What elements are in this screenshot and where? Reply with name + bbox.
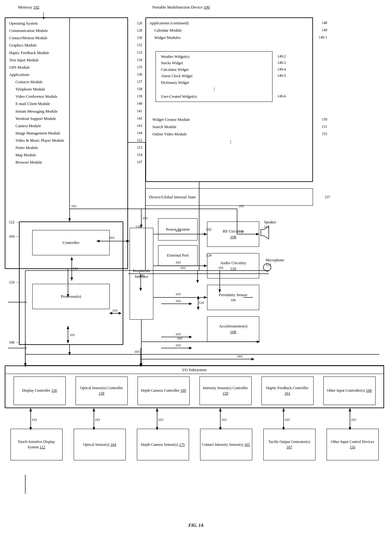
memory-item-email: E-mail Client Module <box>15 102 50 106</box>
memory-item-notes: Notes Module <box>15 146 38 150</box>
svg-text:103: 103 <box>180 266 186 270</box>
ref-148: 148 <box>322 20 327 26</box>
ref-157: 157 <box>325 195 330 199</box>
pmd-widget-modules: Widget Modules <box>154 35 181 40</box>
ref-149-3: 149-3 <box>277 60 286 66</box>
svg-text:103: 103 <box>175 343 181 347</box>
svg-text:103: 103 <box>221 418 227 421</box>
bottom-other-input: Other Input Control Devices 116 <box>327 429 379 460</box>
svg-marker-74 <box>197 296 199 299</box>
ref-152: 152 <box>137 137 142 144</box>
ref-155: 155 <box>322 131 327 137</box>
io-depth-label: Depth Camera Controller 169 <box>141 388 186 393</box>
io-optical-label: Optical Sensor(s) Controller 158 <box>77 385 126 396</box>
svg-text:103: 103 <box>32 418 37 421</box>
ref-151: 151 <box>322 123 327 130</box>
ref-104: 104 → <box>9 234 19 239</box>
ref-134: 134 <box>137 57 142 63</box>
processor-label: Processor(s) <box>61 294 81 299</box>
contact-intensity-label: Contact Intensity Sensor(s) 165 <box>202 442 250 447</box>
ref-138: 138 <box>137 86 142 92</box>
memory-item-apps: Applications <box>9 72 29 77</box>
io-other-input-controller: Other Input Controller(s) 160 <box>323 377 376 405</box>
ref-142: 142 <box>137 115 142 122</box>
pmd-search: Search Module <box>152 125 176 129</box>
memory-item-comm: Communication Module <box>9 28 48 33</box>
controller-inner-box: Controller <box>32 230 110 255</box>
memory-item-camera: Camera Module <box>15 124 41 128</box>
audio-ref: 110 <box>220 266 246 271</box>
pmd-calendar: Calendar Module <box>154 28 182 33</box>
svg-text:103: 103 <box>134 350 140 353</box>
memory-item-text: Text Input Module <box>9 58 39 62</box>
speaker-icon <box>259 225 272 240</box>
memory-item-workout: Workout Support Module <box>15 116 56 121</box>
pmd-label: Portable Multifunction Device <box>152 5 203 9</box>
svg-text:103: 103 <box>175 299 181 303</box>
svg-marker-102 <box>204 233 207 235</box>
depth-camera-label: Depth Camera Sensor(s) 175 <box>141 442 185 447</box>
svg-text:103: 103 <box>73 266 78 270</box>
diagram: 103 103 103 103 103 103 103 103 103 103 <box>0 0 392 536</box>
peripherals-interface-box: Peripherals Interface <box>130 228 153 320</box>
memory-item-telephone: Telephone Module <box>15 87 45 91</box>
bottom-optical-sensor: Optical Sensor(s) 164 <box>74 429 126 460</box>
peripherals-label: Peripherals Interface <box>132 268 151 279</box>
widget-dots: ⋮ <box>161 86 268 93</box>
ref-128: 128 <box>137 27 142 34</box>
widget-weather: Weather Widget(s) <box>161 54 189 59</box>
ref-136: 136 <box>137 71 142 78</box>
memory-item-contacts: Contacts Module <box>15 80 43 84</box>
ref-147: 147 <box>137 159 142 165</box>
io-display-label: Display Controller 156 <box>22 388 57 393</box>
io-display-controller: Display Controller 156 <box>14 377 66 405</box>
svg-text:103: 103 <box>142 216 148 220</box>
io-subsystem-box: I/O Subsystem Display Controller 156 Opt… <box>5 365 384 408</box>
widget-dictionary: Dictionary Widget <box>161 80 189 85</box>
bottom-depth-camera: Depth Camera Sensor(s) 175 <box>137 429 189 460</box>
widget-user-created: User-Created Widget(s) <box>161 94 197 99</box>
internal-arrows: 103 <box>67 255 83 284</box>
io-title: I/O Subsystem <box>5 366 383 374</box>
accelerometer-box: Accelerometer(s) 168 <box>207 316 259 342</box>
ref-149-2: 149-2 <box>277 53 286 60</box>
rf-label: RF Circuitry <box>223 228 243 234</box>
memory-item-map: Map Module <box>15 153 36 157</box>
svg-text:103: 103 <box>177 336 182 340</box>
ref-122: 122 → <box>9 220 19 225</box>
ref-126: 126 <box>137 20 142 27</box>
svg-marker-108 <box>204 296 207 299</box>
memory-label: Memory <box>18 5 32 9</box>
external-port-label: External Port <box>167 252 189 258</box>
ref-149: 149 <box>322 27 327 34</box>
io-haptic-label: Haptic Feedback Controller 161 <box>263 385 312 396</box>
ref-137: 137 <box>137 78 142 85</box>
memory-item-gps: GPS Module <box>9 65 30 70</box>
ref-153: 153 <box>137 144 142 151</box>
io-other-label: Other Input Controller(s) 160 <box>327 388 372 393</box>
memory-item-os: Operating System <box>9 21 38 26</box>
svg-marker-19 <box>219 408 222 411</box>
svg-marker-55 <box>251 358 254 360</box>
ref-118-label: 118 <box>135 225 141 229</box>
ref-143: 143 <box>137 122 142 129</box>
svg-marker-13 <box>93 408 95 411</box>
proximity-label: Proximity Sensor <box>219 292 248 298</box>
svg-marker-10 <box>29 408 32 411</box>
proximity-ref: 166 <box>219 298 248 302</box>
svg-marker-71 <box>196 280 199 283</box>
svg-marker-82 <box>70 257 73 260</box>
svg-text:103: 103 <box>95 418 100 421</box>
svg-text:103: 103 <box>175 292 181 296</box>
ref-149-6: 149-6 <box>277 93 286 100</box>
bottom-row: Touch-Sensitive Display System 112 Optic… <box>5 429 384 460</box>
bottom-tactile-output: Tactile Output Generator(s) 167 <box>263 429 315 460</box>
rf-ref: 108 <box>223 234 243 240</box>
memory-item-videomusic: Video & Music Player Module <box>15 138 64 143</box>
svg-marker-83 <box>70 277 73 281</box>
svg-point-80 <box>263 264 271 271</box>
proximity-sensor-box: Proximity Sensor 166 <box>207 285 259 310</box>
audio-circuitry-box: Audio Circuitry 110 <box>207 253 259 278</box>
ref-132: 132 <box>137 42 142 48</box>
svg-marker-44 <box>189 302 192 305</box>
